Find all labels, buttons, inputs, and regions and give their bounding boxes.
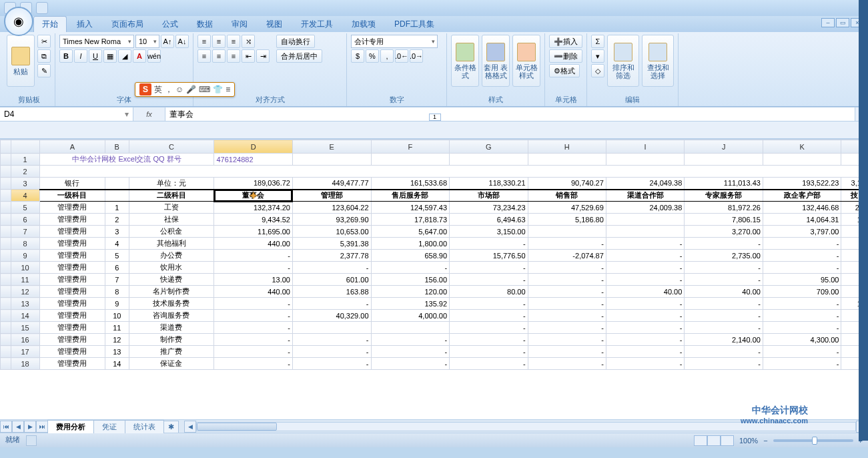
row-9[interactable]: 9 <box>11 250 39 262</box>
cell-E17[interactable]: - <box>292 346 371 358</box>
cell-H14[interactable]: - <box>528 310 606 322</box>
cell-G11[interactable]: - <box>450 274 528 286</box>
row-4[interactable]: 4 <box>11 190 39 202</box>
col-D[interactable]: D <box>214 140 293 154</box>
cell-E10[interactable]: - <box>292 262 371 274</box>
cell-H7[interactable] <box>528 226 606 238</box>
cell-K5[interactable]: 132,446.68 <box>763 202 841 214</box>
cell-B13[interactable]: 9 <box>105 298 129 310</box>
tab-developer[interactable]: 开发工具 <box>292 16 342 32</box>
cell-D4[interactable]: 董事会✦ <box>214 190 293 202</box>
font-color-button[interactable]: A <box>133 49 146 63</box>
col-H[interactable]: H <box>528 140 606 154</box>
view-normal[interactable] <box>694 435 707 446</box>
cell-E18[interactable]: - <box>292 358 371 370</box>
row-10[interactable]: 10 <box>11 262 39 274</box>
tab-addins[interactable]: 加载项 <box>343 16 384 32</box>
macro-record-icon[interactable] <box>26 435 37 446</box>
cell-I18[interactable]: - <box>606 358 685 370</box>
window-minimize[interactable]: – <box>821 18 835 27</box>
cell-J16[interactable]: 2,140.00 <box>685 334 763 346</box>
col-B[interactable]: B <box>105 140 129 154</box>
cell-H18[interactable]: - <box>528 358 606 370</box>
cell-J18[interactable]: - <box>685 358 763 370</box>
merge-center-button[interactable]: 合并后居中 <box>276 49 322 63</box>
cell-E6[interactable]: 93,269.90 <box>292 214 371 226</box>
cell-G18[interactable]: - <box>450 358 528 370</box>
cell-J15[interactable]: - <box>685 322 763 334</box>
wrap-text-button[interactable]: 自动换行 <box>276 35 315 48</box>
cell-J11[interactable]: - <box>685 274 763 286</box>
cell-H17[interactable]: - <box>528 346 606 358</box>
cell-J4[interactable]: 专家服务部 <box>685 190 763 202</box>
cell-G17[interactable]: - <box>450 346 528 358</box>
sheet-nav-last[interactable]: ⏭ <box>36 421 48 433</box>
cell-K7[interactable]: 3,797.00 <box>763 226 841 238</box>
cell-A4[interactable]: 一级科目 <box>39 190 105 202</box>
cell-C7[interactable]: 公积金 <box>129 226 214 238</box>
cell-K4[interactable]: 政企客户部 <box>763 190 841 202</box>
cell-B18[interactable]: 14 <box>105 358 129 370</box>
cell-J12[interactable]: 40.00 <box>685 286 763 298</box>
cell-K3[interactable]: 193,522.23 <box>763 178 841 190</box>
cell-C17[interactable]: 推广费 <box>129 346 214 358</box>
cell-C6[interactable]: 社保 <box>129 214 214 226</box>
ime-menu-icon[interactable]: ≡ <box>226 85 230 94</box>
cell-A1[interactable]: 中华会计网校 Excel交流 QQ 群号 <box>39 154 214 166</box>
cell-A7[interactable]: 管理费用 <box>39 226 105 238</box>
cell-J17[interactable]: - <box>685 346 763 358</box>
cell-B11[interactable]: 7 <box>105 274 129 286</box>
insert-cells-button[interactable]: ➕ 插入 <box>549 35 582 48</box>
col-C[interactable]: C <box>129 140 214 154</box>
tab-layout[interactable]: 页面布局 <box>103 16 152 32</box>
delete-cells-button[interactable]: ➖ 删除 <box>549 49 582 63</box>
row-6[interactable]: 6 <box>11 214 39 226</box>
italic-button[interactable]: I <box>74 49 87 63</box>
cell-E8[interactable]: 5,391.38 <box>292 238 371 250</box>
cell-I16[interactable]: - <box>606 334 685 346</box>
cell-D8[interactable]: 440.00 <box>214 238 293 250</box>
cell-I7[interactable] <box>606 226 685 238</box>
cell-C5[interactable]: 工资 <box>129 202 214 214</box>
cell-C13[interactable]: 技术服务费 <box>129 298 214 310</box>
cell-I14[interactable]: - <box>606 310 685 322</box>
cell-H16[interactable]: - <box>528 334 606 346</box>
outline-corner[interactable] <box>1 140 11 154</box>
cell-K14[interactable]: - <box>763 310 841 322</box>
format-cells-button[interactable]: ⚙ 格式 <box>549 64 580 77</box>
cell-D5[interactable]: 132,374.20 <box>214 202 293 214</box>
cell-A18[interactable]: 管理费用 <box>39 358 105 370</box>
cell-C15[interactable]: 渠道费 <box>129 322 214 334</box>
cell-G15[interactable]: - <box>450 322 528 334</box>
col-I[interactable]: I <box>606 140 685 154</box>
cell-K16[interactable]: 4,300.00 <box>763 334 841 346</box>
cell-H11[interactable]: - <box>528 274 606 286</box>
increase-font-button[interactable]: A↑ <box>161 35 174 48</box>
cell-K13[interactable]: - <box>763 298 841 310</box>
cell-F13[interactable]: 135.92 <box>371 298 450 310</box>
col-K[interactable]: K <box>763 140 841 154</box>
zoom-slider[interactable] <box>773 439 853 442</box>
cell-F12[interactable]: 120.00 <box>371 286 450 298</box>
row-14[interactable]: 14 <box>11 310 39 322</box>
row-5[interactable]: 5 <box>11 202 39 214</box>
cell-A9[interactable]: 管理费用 <box>39 250 105 262</box>
tab-data[interactable]: 数据 <box>188 16 222 32</box>
row-11[interactable]: 11 <box>11 274 39 286</box>
cell-A14[interactable]: 管理费用 <box>39 310 105 322</box>
cell-J3[interactable]: 111,013.43 <box>685 178 763 190</box>
cell-C4[interactable]: 二级科目 <box>129 190 214 202</box>
sort-filter-button[interactable]: 排序和 筛选 <box>607 35 639 87</box>
cell-B10[interactable]: 6 <box>105 262 129 274</box>
cell-E13[interactable]: - <box>292 298 371 310</box>
cell-J14[interactable]: - <box>685 310 763 322</box>
cell-G16[interactable]: - <box>450 334 528 346</box>
tab-review[interactable]: 审阅 <box>223 16 256 32</box>
increase-decimal[interactable]: .0← <box>395 49 408 63</box>
row-2[interactable]: 2 <box>11 166 39 178</box>
sheet-nav-next[interactable]: ▶ <box>24 421 36 433</box>
decrease-decimal[interactable]: .0→ <box>410 49 423 63</box>
cell-F18[interactable]: - <box>371 358 450 370</box>
cell-H6[interactable]: 5,186.80 <box>528 214 606 226</box>
accounting-button[interactable]: $ <box>351 49 364 63</box>
